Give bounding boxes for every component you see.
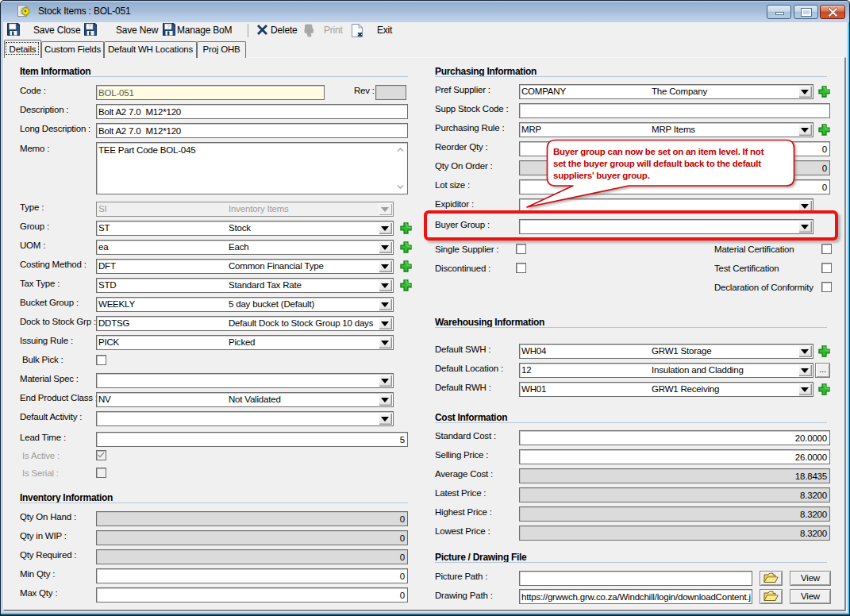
svg-text:?: ? xyxy=(167,24,170,29)
svg-text:?: ? xyxy=(88,24,91,29)
